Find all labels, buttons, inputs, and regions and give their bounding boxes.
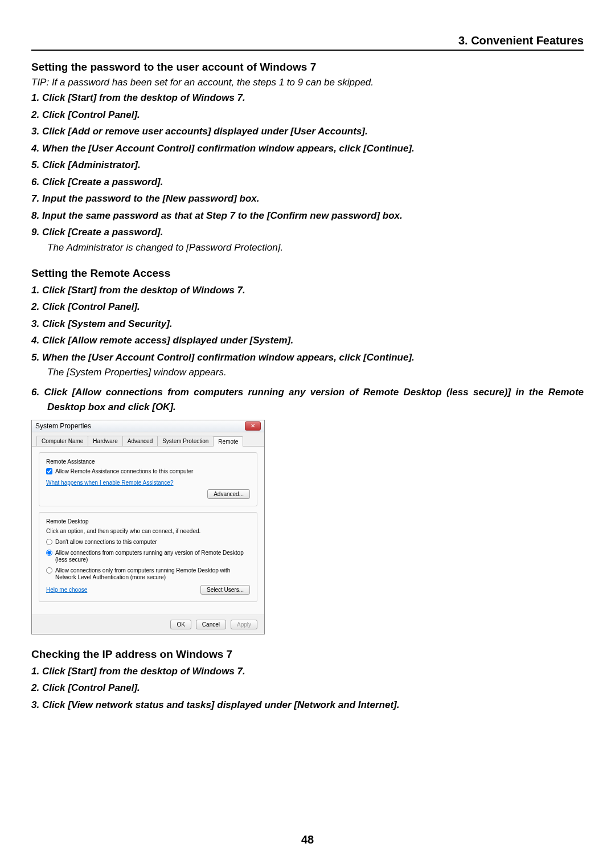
cancel-button[interactable]: Cancel [196,620,226,629]
list-item: 9. Click [Create a password]. [31,225,584,240]
rd-radio-dont-allow[interactable] [46,539,52,545]
rd-opt3-label: Allow connections only from computers ru… [55,567,250,582]
section2-title: Setting the Remote Access [31,267,584,280]
select-users-button[interactable]: Select Users... [200,585,250,595]
section2-steps-post: 6. Click [Allow connections from compute… [31,385,584,414]
system-properties-dialog: System Properties ✕ Computer Name Hardwa… [31,420,265,634]
rd-desc: Click an option, and then specify who ca… [46,528,250,534]
list-item: 3. Click [Add or remove user accounts] d… [31,124,584,139]
rd-group-title: Remote Desktop [46,518,250,525]
section3-title: Checking the IP address on Windows 7 [31,648,584,661]
list-item: 7. Input the password to the [New passwo… [31,191,584,206]
ra-allow-checkbox[interactable] [46,468,52,474]
list-item: 2. Click [Control Panel]. [31,108,584,122]
close-button[interactable]: ✕ [245,421,261,431]
section2-result5: The [System Properties] window appears. [47,367,584,378]
section1-tip: TIP: If a password has been set for an a… [31,77,584,88]
rd-opt1-label: Don't allow connections to this computer [55,539,250,546]
chapter-header: 3. Convenient Features [31,34,584,51]
page-number: 48 [0,833,615,846]
dialog-tabs: Computer Name Hardware Advanced System P… [32,432,264,447]
ra-advanced-button[interactable]: Advanced... [207,489,250,499]
ra-checkbox-row[interactable]: Allow Remote Assistance connections to t… [46,468,250,474]
list-item: 1. Click [Start] from the desktop of Win… [31,283,584,298]
list-item: 2. Click [Control Panel]. [31,300,584,314]
close-icon: ✕ [251,423,255,429]
list-item: 3. Click [View network status and tasks]… [31,698,584,713]
section1-title: Setting the password to the user account… [31,61,584,73]
list-item: 6. Click [Allow connections from compute… [31,385,584,414]
tab-advanced[interactable]: Advanced [122,436,158,446]
dialog-titlebar: System Properties ✕ [32,420,264,432]
dialog-title: System Properties [35,422,91,430]
section1-steps: 1. Click [Start] from the desktop of Win… [31,91,584,240]
rd-opt2-label: Allow connections from computers running… [55,550,250,564]
rd-radio-allow-nla[interactable] [46,567,52,574]
list-item: 6. Click [Create a password]. [31,175,584,190]
list-item: 8. Input the same password as that at St… [31,208,584,223]
tab-computer-name[interactable]: Computer Name [36,436,88,446]
section1-result: The Administrator is changed to [Passwor… [47,242,584,253]
rd-help-link[interactable]: Help me choose [46,587,87,593]
section3-steps: 1. Click [Start] from the desktop of Win… [31,664,584,713]
apply-button[interactable]: Apply [231,620,257,629]
rd-option3[interactable]: Allow connections only from computers ru… [46,567,250,582]
ra-group-title: Remote Assistance [46,458,250,465]
ok-button[interactable]: OK [170,620,191,629]
dialog-footer: OK Cancel Apply [32,615,264,634]
list-item: 4. Click [Allow remote access] displayed… [31,333,584,348]
list-item: 5. When the [User Account Control] confi… [31,350,584,365]
remote-desktop-group: Remote Desktop Click an option, and then… [39,512,257,602]
ra-checkbox-label: Allow Remote Assistance connections to t… [55,468,193,474]
rd-option1[interactable]: Don't allow connections to this computer [46,539,250,546]
tab-remote[interactable]: Remote [213,436,243,447]
list-item: 3. Click [System and Security]. [31,317,584,331]
dialog-body: Remote Assistance Allow Remote Assistanc… [32,447,264,615]
list-item: 4. When the [User Account Control] confi… [31,141,584,156]
tab-system-protection[interactable]: System Protection [157,436,214,446]
list-item: 2. Click [Control Panel]. [31,681,584,695]
list-item: 5. Click [Administrator]. [31,158,584,173]
remote-assistance-group: Remote Assistance Allow Remote Assistanc… [39,452,257,506]
list-item: 1. Click [Start] from the desktop of Win… [31,664,584,679]
list-item: 1. Click [Start] from the desktop of Win… [31,91,584,105]
rd-radio-allow-any[interactable] [46,550,52,556]
tab-hardware[interactable]: Hardware [88,436,122,446]
rd-option2[interactable]: Allow connections from computers running… [46,550,250,564]
section2-steps-pre: 1. Click [Start] from the desktop of Win… [31,283,584,365]
ra-help-link[interactable]: What happens when I enable Remote Assist… [46,480,173,486]
